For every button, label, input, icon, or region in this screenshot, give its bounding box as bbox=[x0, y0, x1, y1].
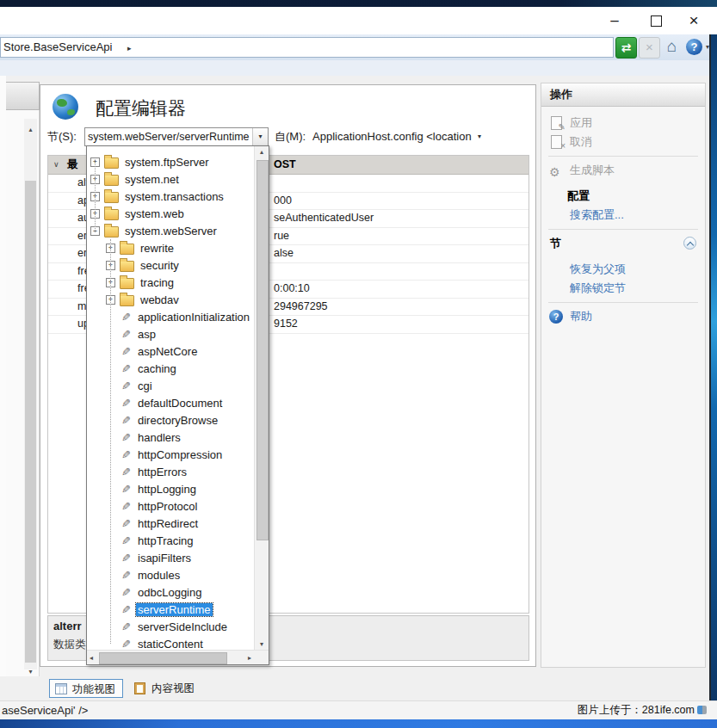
collapse-section-button[interactable] bbox=[683, 237, 696, 250]
tree-item-label: directoryBrowse bbox=[136, 414, 219, 427]
scroll-down-icon[interactable]: ▾ bbox=[255, 640, 269, 648]
tree-item-label: system.webServer bbox=[123, 225, 219, 238]
section-combobox[interactable]: system.webServer/serverRuntime ▾ bbox=[84, 127, 269, 146]
tree-item[interactable]: httpTracing bbox=[87, 532, 254, 549]
tree-node-icon bbox=[104, 157, 119, 169]
tab-features-view[interactable]: 功能视图 bbox=[49, 679, 123, 698]
tree-item[interactable]: directoryBrowse bbox=[87, 411, 254, 429]
tree-item[interactable]: serverRuntime bbox=[87, 601, 254, 618]
help-button[interactable]: ? bbox=[684, 37, 704, 57]
connections-scrollbar-thumb[interactable] bbox=[25, 181, 36, 663]
tree-node-icon bbox=[120, 345, 132, 358]
scroll-left-icon[interactable]: ◂ bbox=[90, 654, 93, 662]
from-combobox[interactable]: ApplicationHost.config <location bbox=[312, 127, 472, 146]
tree-item[interactable]: odbcLogging bbox=[87, 583, 254, 601]
help-link[interactable]: ? 帮助 bbox=[541, 307, 705, 326]
tree-item[interactable]: staticContent bbox=[87, 635, 254, 650]
actions-panel: 操作 ✎ 应用 × 取消 ⚙ 生成脚本 配置 搜索配置... 节 恢复为父项 解… bbox=[541, 83, 706, 668]
unlock-section-link[interactable]: 解除锁定节 bbox=[541, 279, 705, 298]
separator bbox=[548, 156, 698, 157]
tree-item[interactable]: + security bbox=[87, 256, 254, 274]
tree-item[interactable]: httpCompression bbox=[87, 446, 254, 463]
tree-item-label: aspNetCore bbox=[136, 345, 199, 358]
tree-item-label: staticContent bbox=[136, 638, 205, 651]
search-configuration-link[interactable]: 搜索配置... bbox=[541, 206, 705, 225]
tree-item-label: asp bbox=[136, 328, 158, 341]
tree-item[interactable]: + system.transactions bbox=[87, 188, 254, 205]
tree-item[interactable]: aspNetCore bbox=[87, 342, 254, 360]
tree-item-label: system.transactions bbox=[123, 190, 226, 203]
section-tree: + system.ftpServer + system.net + system… bbox=[87, 146, 254, 650]
tree-item-label: httpErrors bbox=[136, 466, 189, 478]
minimize-button[interactable]: – bbox=[600, 7, 629, 34]
tree-item[interactable]: + system.web bbox=[87, 205, 254, 222]
tree-item[interactable]: − system.webServer bbox=[87, 222, 254, 239]
breadcrumb-arrow-icon[interactable]: ▸ bbox=[127, 44, 132, 52]
combobox-dropdown-icon[interactable]: ▾ bbox=[252, 128, 268, 145]
tab-content-view[interactable]: 内容视图 bbox=[129, 679, 201, 698]
tree-item[interactable]: isapiFilters bbox=[87, 549, 254, 566]
scroll-up-icon[interactable]: ▴ bbox=[24, 126, 37, 133]
globe-icon bbox=[53, 94, 78, 120]
tree-item[interactable]: httpRedirect bbox=[87, 515, 254, 532]
tree-item[interactable]: cgi bbox=[87, 377, 254, 394]
tree-item[interactable]: + rewrite bbox=[87, 239, 254, 256]
from-dropdown-icon[interactable]: ▾ bbox=[478, 133, 481, 140]
tree-node-icon bbox=[120, 620, 132, 633]
bottom-blue-strip bbox=[0, 719, 717, 728]
tree-node-icon bbox=[120, 328, 132, 341]
window-top-strip bbox=[0, 0, 717, 7]
tree-node-icon bbox=[104, 209, 119, 220]
separator bbox=[548, 229, 698, 230]
grid-header-fragment: OST bbox=[274, 156, 296, 174]
home-button[interactable]: ⌂ bbox=[662, 37, 682, 57]
maximize-button[interactable] bbox=[641, 7, 671, 34]
tree-item[interactable]: httpErrors bbox=[87, 463, 254, 480]
actions-panel-title: 操作 bbox=[541, 83, 705, 107]
tree-item-label: isapiFilters bbox=[136, 552, 193, 565]
tree-node-icon bbox=[120, 311, 132, 324]
tree-item[interactable]: httpLogging bbox=[87, 480, 254, 497]
tree-item[interactable]: modules bbox=[87, 566, 254, 583]
refresh-button[interactable]: ⇄ bbox=[615, 37, 637, 59]
tree-item[interactable]: + system.net bbox=[87, 170, 254, 188]
scroll-up-icon[interactable]: ▴ bbox=[255, 148, 269, 156]
tree-node-icon bbox=[120, 638, 132, 651]
close-button[interactable]: × bbox=[679, 7, 708, 34]
tree-item[interactable]: defaultDocument bbox=[87, 394, 254, 411]
tree-node-icon bbox=[120, 552, 132, 565]
section-group-header: 节 bbox=[541, 234, 705, 253]
scroll-right-icon[interactable]: ▸ bbox=[248, 654, 251, 662]
status-bar: aseServiceApi' /> 图片上传于：281ife.com bbox=[0, 700, 717, 719]
horizontal-scrollbar-thumb[interactable] bbox=[99, 652, 227, 664]
revert-to-parent-link[interactable]: 恢复为父项 bbox=[541, 260, 705, 279]
tree-item[interactable]: + tracing bbox=[87, 274, 254, 291]
tree-item-label: rewrite bbox=[139, 242, 176, 255]
features-view-icon bbox=[55, 683, 67, 694]
tree-node-icon bbox=[120, 244, 134, 255]
tree-item-label: handlers bbox=[136, 431, 182, 444]
view-tab-bar: 功能视图 内容视图 bbox=[0, 676, 709, 700]
tree-item[interactable]: asp bbox=[87, 325, 254, 342]
tree-item[interactable]: + system.ftpServer bbox=[87, 153, 254, 170]
tree-item[interactable]: httpProtocol bbox=[87, 497, 254, 515]
tree-item[interactable]: caching bbox=[87, 360, 254, 377]
tree-node-icon bbox=[120, 278, 134, 289]
tree-node-icon bbox=[120, 414, 132, 427]
tree-item[interactable]: serverSideInclude bbox=[87, 618, 254, 635]
vertical-scrollbar-thumb[interactable] bbox=[257, 160, 269, 540]
address-input[interactable]: Store.BaseServiceApi ▸ bbox=[0, 37, 614, 58]
tree-vertical-scrollbar[interactable]: ▴ ▾ bbox=[254, 146, 269, 650]
tree-item-label: serverSideInclude bbox=[136, 620, 229, 633]
tree-item[interactable]: handlers bbox=[87, 429, 254, 446]
desktop-background-edge bbox=[709, 34, 717, 702]
group-header-fragment: 最 bbox=[67, 156, 78, 174]
group-collapse-icon[interactable]: ∨ bbox=[53, 156, 59, 174]
tree-item[interactable]: + webdav bbox=[87, 291, 254, 308]
scroll-down-icon[interactable]: ▾ bbox=[24, 668, 37, 676]
section-label: 节(S): bbox=[47, 127, 77, 146]
tree-node-icon bbox=[104, 192, 119, 203]
tree-item[interactable]: applicationInitialization bbox=[87, 308, 254, 325]
tree-horizontal-scrollbar[interactable]: ◂ ▸ bbox=[87, 650, 269, 664]
tree-item-label: security bbox=[139, 259, 181, 272]
